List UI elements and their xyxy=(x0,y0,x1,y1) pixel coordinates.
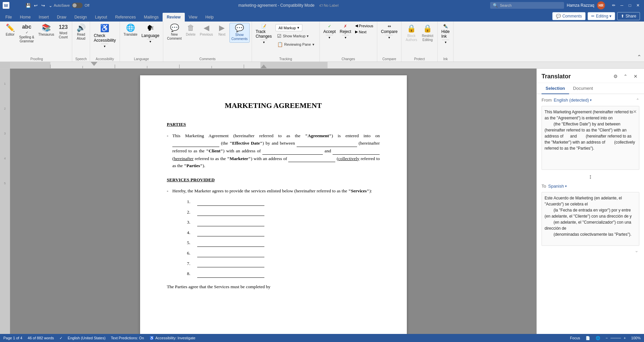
document-check-icon[interactable]: ✓ xyxy=(59,336,62,340)
tab-mailings[interactable]: Mailings xyxy=(140,13,163,22)
language-dropdown[interactable]: ▾ xyxy=(147,39,154,44)
parties-paragraph: - This Marketing Agreement (hereinafter … xyxy=(167,132,380,169)
minimize-button[interactable]: ─ xyxy=(618,2,625,9)
word-count-status[interactable]: 46 of 882 words xyxy=(28,336,54,340)
accessibility-dropdown[interactable]: ▾ xyxy=(101,44,108,48)
source-clear-button[interactable]: ✕ xyxy=(633,108,637,115)
document-page[interactable]: MARKETING AGREEMENT PARTIES - This Marke… xyxy=(140,75,407,334)
close-button[interactable]: ✕ xyxy=(635,2,641,9)
compare-dropdown[interactable]: ▾ xyxy=(386,35,393,40)
zoom-out-button[interactable]: − xyxy=(606,336,608,340)
translator-collapse-button[interactable]: ⌃ xyxy=(622,73,629,80)
dash-2: - xyxy=(167,187,169,195)
ribbon-display-button[interactable]: ✏ xyxy=(610,2,617,9)
view-mode-web[interactable]: 🌐 xyxy=(596,336,600,340)
ink-items: ✒️ HideInk ▾ xyxy=(440,23,452,56)
editing-button[interactable]: ✏ Editing ▾ xyxy=(588,12,615,20)
view-mode-print[interactable]: 📄 xyxy=(586,336,590,340)
previous-change-button[interactable]: ◀ Previous xyxy=(353,23,375,29)
tab-file[interactable]: File xyxy=(1,13,16,22)
track-changes-button[interactable]: 📝 TrackChanges ▾ xyxy=(254,23,273,44)
new-comment-button[interactable]: 💬 NewComment xyxy=(165,23,183,42)
thesaurus-button[interactable]: 📚 Thesaurus xyxy=(37,23,56,38)
ribbon-collapse-button[interactable]: ⌃ xyxy=(636,52,643,62)
tab-design[interactable]: Design xyxy=(70,13,91,22)
new-comment-icon: 💬 xyxy=(170,24,179,32)
next-comment-button[interactable]: ▶ Next xyxy=(215,23,229,38)
hide-ink-button[interactable]: ✒️ HideInk ▾ xyxy=(440,23,452,44)
next-change-button[interactable]: ▶ Next xyxy=(353,29,375,35)
list-num-3: 3. xyxy=(187,219,194,226)
marketer-address-blank xyxy=(288,155,335,162)
dash-1: - xyxy=(167,132,169,169)
autosave-toggle[interactable] xyxy=(72,3,83,8)
reviewing-pane-button[interactable]: 📋 Reviewing Pane ▾ xyxy=(275,41,316,48)
all-markup-dropdown[interactable]: All Markup ▾ xyxy=(275,24,302,31)
zoom-in-button[interactable]: + xyxy=(624,336,626,340)
previous-comment-button[interactable]: ◀ Previous xyxy=(198,23,215,38)
text-predictions-status: Text Predictions: On xyxy=(111,336,144,340)
editor-button[interactable]: ✏️ Editor xyxy=(3,23,17,38)
zoom-slider[interactable]: ──── xyxy=(609,336,622,340)
accessibility-status[interactable]: ♿ Accessibility: Investigate xyxy=(149,336,196,340)
zoom-level[interactable]: 100% xyxy=(631,336,641,340)
translate-button[interactable]: 🌐 Translate xyxy=(122,23,139,38)
track-changes-dropdown[interactable]: ▾ xyxy=(260,40,267,44)
save-button[interactable]: 💾 xyxy=(25,2,32,9)
translator-tab-document[interactable]: Document xyxy=(569,83,597,94)
language-status[interactable]: English (United States) xyxy=(68,336,106,340)
source-text-box[interactable]: This Marketing Agreement (hereinafter re… xyxy=(542,106,639,170)
translator-settings-button[interactable]: ⚙ xyxy=(612,73,619,80)
tab-references[interactable]: References xyxy=(111,13,140,22)
accept-dropdown[interactable]: ▾ xyxy=(326,35,333,40)
show-comments-button[interactable]: 💬 ShowComments xyxy=(229,23,250,43)
compare-button[interactable]: ⇔ Compare ▾ xyxy=(379,23,399,40)
scroll-down-icon[interactable]: ⌄ xyxy=(635,248,639,253)
spelling-grammar-button[interactable]: abc ✓ Spelling &Grammar xyxy=(17,23,36,45)
translator-tab-selection[interactable]: Selection xyxy=(542,83,569,94)
check-accessibility-button[interactable]: ♿ CheckAccessibility ▾ xyxy=(92,23,117,48)
markup-dropdown-arrow: ▾ xyxy=(297,26,299,30)
show-markup-button[interactable]: ☑ Show Markup ▾ xyxy=(275,32,316,40)
tab-review[interactable]: Review xyxy=(163,13,184,22)
source-box-scroll-up[interactable]: ⌃ xyxy=(636,98,639,103)
service-5-blank xyxy=(197,239,264,247)
swap-languages-button[interactable]: ↕ xyxy=(542,173,639,180)
block-authors-button[interactable]: 🔒 BlockAuthors xyxy=(403,23,419,43)
undo-button[interactable]: ↩ xyxy=(32,2,39,9)
language-button[interactable]: 🗣 Language ▾ xyxy=(140,23,161,44)
translator-title: Translator xyxy=(542,73,571,80)
redo-button[interactable]: ↪ xyxy=(40,2,46,9)
customize-quick-access-button[interactable]: ⌄ xyxy=(47,2,54,9)
maximize-button[interactable]: □ xyxy=(627,2,633,9)
comments-button[interactable]: 💬 Comments xyxy=(552,12,586,20)
tab-help[interactable]: Help xyxy=(201,13,218,22)
status-bar: Page 1 of 4 46 of 882 words ✓ English (U… xyxy=(0,334,644,342)
user-avatar[interactable]: HR xyxy=(597,1,605,9)
service-4-blank xyxy=(197,229,264,237)
document-title: MARKETING AGREEMENT xyxy=(167,100,380,111)
spelling-label: Spelling &Grammar xyxy=(19,35,34,43)
delete-comment-button[interactable]: 🗑 Delete xyxy=(184,23,198,38)
tab-insert[interactable]: Insert xyxy=(35,13,53,22)
tab-layout[interactable]: Layout xyxy=(91,13,111,22)
document-scroll-area[interactable]: MARKETING AGREEMENT PARTIES - This Marke… xyxy=(10,69,536,334)
tab-view[interactable]: View xyxy=(185,13,202,22)
to-language-selector[interactable]: Spanish ▾ xyxy=(548,184,567,189)
share-button[interactable]: ⬆ Share xyxy=(617,12,640,20)
restrict-editing-button[interactable]: 🔒 RestrictEditing xyxy=(420,23,435,43)
read-aloud-button[interactable]: 🔊 ReadAloud xyxy=(74,23,88,42)
thesaurus-label: Thesaurus xyxy=(38,33,54,37)
tab-home[interactable]: Home xyxy=(16,13,35,22)
page-info[interactable]: Page 1 of 4 xyxy=(3,336,22,340)
accept-button[interactable]: ✓ Accept ▾ xyxy=(322,23,338,40)
word-count-button[interactable]: 123 WordCount xyxy=(56,23,70,41)
from-language-selector[interactable]: English (detected) ▾ xyxy=(554,98,592,103)
search-box[interactable]: 🔍 Search xyxy=(490,2,564,9)
reject-button[interactable]: ✗ Reject ▾ xyxy=(338,23,353,40)
tab-draw[interactable]: Draw xyxy=(53,13,70,22)
focus-button[interactable]: Focus xyxy=(570,336,580,340)
translator-close-button[interactable]: ✕ xyxy=(632,73,639,80)
reject-dropdown[interactable]: ▾ xyxy=(342,35,349,40)
hide-ink-dropdown[interactable]: ▾ xyxy=(442,40,449,44)
